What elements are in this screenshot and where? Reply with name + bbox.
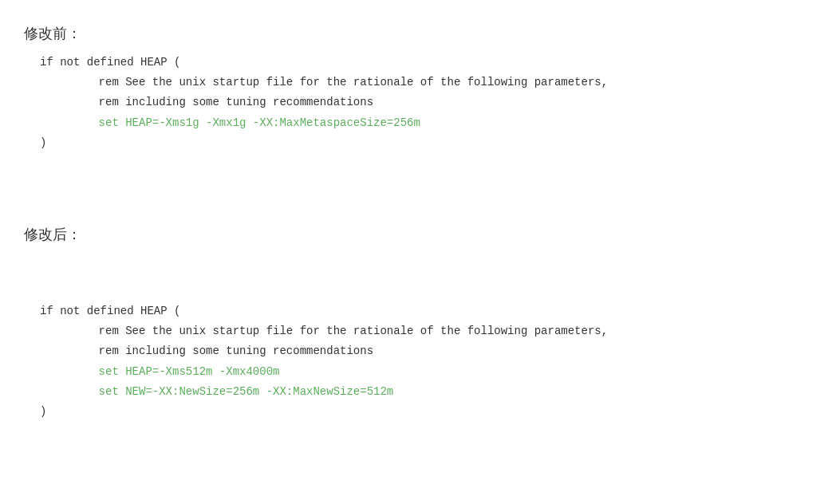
- before-section: 修改前： if not defined HEAP ( rem See the u…: [24, 24, 812, 153]
- after-line-3: rem including some tuning recommendation…: [40, 341, 812, 361]
- before-code-block: if not defined HEAP ( rem See the unix s…: [40, 53, 812, 153]
- before-line-4: set HEAP=-Xms1g -Xmx1g -XX:MaxMetaspaceS…: [40, 113, 812, 133]
- after-section: 修改后： if not defined HEAP ( rem See the u…: [24, 225, 812, 422]
- after-title: 修改后：: [24, 225, 812, 244]
- after-line-5: set NEW=-XX:NewSize=256m -XX:MaxNewSize=…: [40, 382, 812, 402]
- before-line-1: if not defined HEAP (: [40, 53, 812, 73]
- before-line-2: rem See the unix startup file for the ra…: [40, 73, 812, 93]
- after-line-2: rem See the unix startup file for the ra…: [40, 321, 812, 341]
- after-inner-spacer: [24, 254, 812, 301]
- after-line-6: ): [40, 402, 812, 422]
- after-code-block: if not defined HEAP ( rem See the unix s…: [40, 301, 812, 422]
- before-title: 修改前：: [24, 24, 812, 43]
- after-line-4: set HEAP=-Xms512m -Xmx4000m: [40, 362, 812, 382]
- before-line-5: ): [40, 133, 812, 153]
- before-line-3: rem including some tuning recommendation…: [40, 93, 812, 112]
- section-spacer: [24, 169, 812, 217]
- after-line-1: if not defined HEAP (: [40, 301, 812, 321]
